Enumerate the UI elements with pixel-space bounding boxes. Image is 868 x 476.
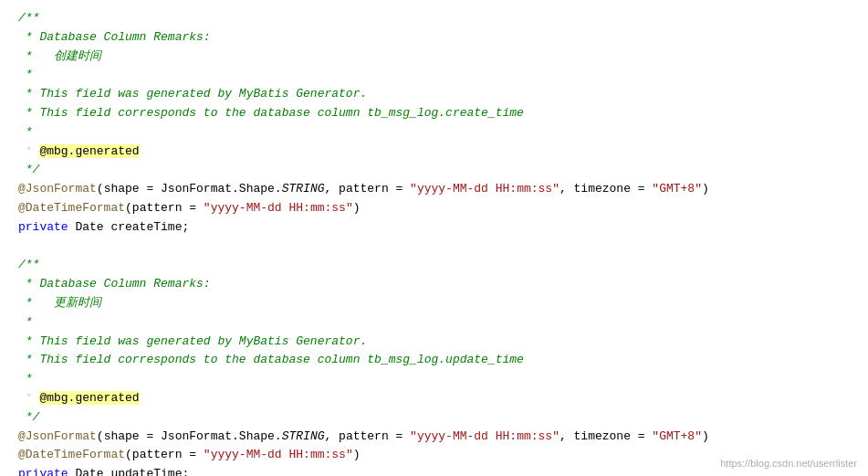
code-line: * <box>18 370 850 389</box>
code-line: /** <box>18 9 850 28</box>
code-line: * This field was generated by MyBatis Ge… <box>18 333 850 352</box>
code-line: * <box>18 313 850 333</box>
mbg-generated-badge: @mbg.generated <box>39 144 139 158</box>
code-line-datetime-format-1: @DateTimeFormat(pattern = "yyyy-MM-dd HH… <box>18 199 850 218</box>
code-line-json-format-1: @JsonFormat(shape = JsonFormat.Shape.STR… <box>18 180 850 199</box>
code-line: * 更新时间 <box>18 294 850 313</box>
code-line: * Database Column Remarks: <box>18 28 850 48</box>
code-line-empty <box>18 238 850 257</box>
code-line: * This field corresponds to the database… <box>18 104 850 123</box>
code-viewer: /** * Database Column Remarks: * 创建时间 * … <box>0 0 868 476</box>
code-line-private-1: private Date createTime; <box>18 218 850 238</box>
mbg-generated-badge-2: @mbg.generated <box>39 391 139 405</box>
code-line: * <box>18 66 850 85</box>
code-line: */ <box>18 408 850 428</box>
code-block-1: /** * Database Column Remarks: * 创建时间 * … <box>18 9 850 238</box>
code-line-json-format-2: @JsonFormat(shape = JsonFormat.Shape.STR… <box>18 428 850 447</box>
code-line: */ <box>18 161 850 180</box>
code-line: /** <box>18 256 850 275</box>
watermark: https://blog.csdn.net/userrlister <box>720 458 857 469</box>
code-line: * This field was generated by MyBatis Ge… <box>18 85 850 104</box>
code-block-2: /** * Database Column Remarks: * 更新时间 * … <box>18 256 850 476</box>
code-line: * This field corresponds to the database… <box>18 351 850 370</box>
code-line-annotation-highlight: * @mbg.generated <box>18 143 850 162</box>
code-line: * 创建时间 <box>18 48 850 67</box>
code-line-annotation-highlight-2: * @mbg.generated <box>18 389 850 408</box>
code-line: * <box>18 123 850 143</box>
code-line: * Database Column Remarks: <box>18 275 850 294</box>
